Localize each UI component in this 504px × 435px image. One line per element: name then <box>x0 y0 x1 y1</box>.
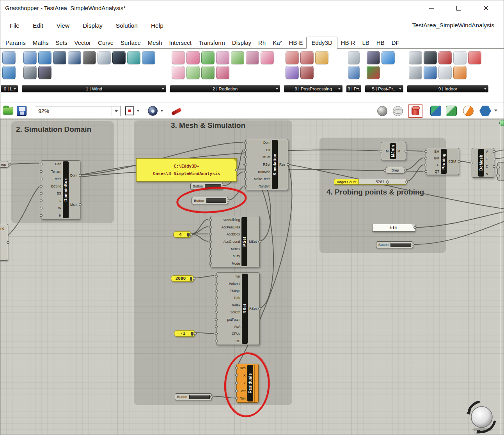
capsule-input-port[interactable] <box>383 169 386 172</box>
input-relax[interactable]: Relax <box>217 302 241 309</box>
component-icon[interactable] <box>83 51 96 64</box>
component-icon[interactable] <box>409 51 422 64</box>
target-count-slider[interactable]: Target Count5261 <box>334 179 406 185</box>
ribbon-group-label[interactable]: 3 | P... <box>346 85 361 92</box>
input-aoa[interactable]: AoA <box>217 323 241 330</box>
button-press-area[interactable] <box>205 184 221 189</box>
close-button[interactable]: × <box>479 3 493 13</box>
menu-solution[interactable]: Solution <box>112 21 142 31</box>
input-port-gm[interactable] <box>424 157 427 159</box>
tab-rh[interactable]: Rh <box>255 37 269 48</box>
capsule-output-port[interactable] <box>8 163 11 166</box>
component-icon[interactable] <box>300 66 314 79</box>
menu-file[interactable]: File <box>6 21 23 31</box>
input-runmsh[interactable]: RunMsh <box>246 168 272 175</box>
input-bm[interactable]: BM <box>426 148 440 155</box>
output-port-f[interactable] <box>493 158 495 161</box>
input-turb[interactable]: Turb <box>217 294 241 301</box>
component-icon[interactable] <box>286 51 299 64</box>
component-icon[interactable] <box>23 51 37 64</box>
tab-sets[interactable]: Sets <box>52 37 71 48</box>
button-press-area[interactable] <box>189 395 210 399</box>
component-icon[interactable] <box>201 66 215 79</box>
panel-output-port[interactable] <box>413 226 416 229</box>
input-iter[interactable]: Iter <box>217 273 241 280</box>
slider-output-port[interactable] <box>193 277 195 280</box>
input-tsteps[interactable]: TSteps <box>217 287 241 294</box>
output-port-msh[interactable] <box>79 203 82 206</box>
minimize-button[interactable] <box>425 3 438 13</box>
input-trees[interactable]: Trees <box>41 175 62 183</box>
output-port-m[interactable] <box>405 150 407 152</box>
menu-help[interactable]: Help <box>147 21 167 31</box>
zoom-extents-icon[interactable] <box>125 106 134 115</box>
number-slider[interactable]: 2000 <box>171 275 194 282</box>
input-port-port[interactable] <box>470 161 473 164</box>
ribbon-group-label[interactable]: 9 | Indoor <box>407 85 488 92</box>
input-ver[interactable]: Ver <box>237 387 247 395</box>
button-output-port[interactable] <box>412 244 414 246</box>
tab-hb-e[interactable]: HB-E <box>286 37 307 48</box>
output-port-mset[interactable] <box>258 240 261 243</box>
preview-shaded-icon[interactable] <box>377 106 387 116</box>
input-port-y[interactable] <box>235 382 238 384</box>
input-port-aoa[interactable] <box>215 325 218 328</box>
input-port-os[interactable] <box>215 340 218 342</box>
button-output-port[interactable] <box>227 199 229 202</box>
input-port-terrain[interactable] <box>40 170 43 173</box>
output-v[interactable]: V <box>484 148 494 156</box>
input-res[interactable]: Res <box>237 364 247 372</box>
input-tc[interactable]: TC <box>426 161 440 168</box>
tab-eddy3d[interactable]: Eddy3D <box>306 37 337 49</box>
input-port-accground[interactable] <box>209 240 212 243</box>
input-nlay[interactable]: nLay <box>211 253 241 260</box>
component-icon[interactable] <box>127 51 140 64</box>
component-icon[interactable] <box>300 51 314 64</box>
output-port-v[interactable] <box>493 150 495 153</box>
button-output-port[interactable] <box>210 396 213 398</box>
input-port-mset[interactable] <box>244 156 247 159</box>
output-port-res[interactable] <box>287 163 289 166</box>
preview-selected-mode[interactable] <box>408 104 422 118</box>
input-port-geo[interactable] <box>40 163 43 166</box>
maximize-button[interactable] <box>452 3 465 13</box>
zoom-dropdown[interactable]: 92% <box>35 106 121 116</box>
tab-params[interactable]: Params <box>2 37 29 48</box>
input-runsim[interactable]: RunSim <box>246 182 272 190</box>
input-port-solctrl[interactable] <box>215 311 218 314</box>
input-port-res[interactable] <box>235 366 238 369</box>
dropdown-arrow-icon[interactable] <box>13 88 16 90</box>
component-icon[interactable] <box>2 51 16 64</box>
panel-output-port[interactable] <box>235 169 238 172</box>
component-icon[interactable] <box>286 66 299 79</box>
sketch-pen-icon[interactable] <box>170 108 182 115</box>
input-y[interactable]: Y <box>237 379 247 387</box>
input-port-bcond[interactable] <box>40 185 43 187</box>
button-component[interactable]: Button <box>376 241 413 248</box>
tab-hb[interactable]: HB <box>373 37 388 48</box>
input-cpus[interactable]: CPUs <box>217 330 241 337</box>
input-accbbox[interactable]: AccBBox <box>211 231 241 238</box>
input-rset[interactable]: RSet <box>246 161 272 168</box>
input-accground[interactable]: AccGround <box>211 238 241 246</box>
input-dom[interactable]: Dom <box>246 139 272 147</box>
component-icon[interactable] <box>172 66 185 79</box>
output-n[interactable]: N <box>484 170 494 177</box>
input-port-bm[interactable] <box>424 150 427 153</box>
component-icon[interactable] <box>53 51 66 64</box>
input-port-miscs[interactable] <box>209 248 212 250</box>
tab-vector[interactable]: Vector <box>71 37 95 48</box>
input-port-relax[interactable] <box>215 304 218 306</box>
panel-path-panel[interactable]: C:\Eddy3D-Cases\3_SimpleWindAnalysis <box>136 158 237 182</box>
input-run[interactable]: Run <box>237 394 247 402</box>
panel-ttt-panel[interactable]: ttt <box>372 224 415 232</box>
button-press-area[interactable] <box>206 198 226 203</box>
input-port-dir[interactable] <box>244 149 247 151</box>
input-port-ver[interactable] <box>235 389 238 392</box>
solver-dropdown-icon[interactable] <box>494 110 497 111</box>
preview-dropdown-icon[interactable] <box>160 110 163 112</box>
input-potfoam[interactable]: potFoam <box>217 316 241 323</box>
probing-component[interactable]: BMGMTCQTProbingCGM <box>426 148 459 175</box>
input-bcond[interactable]: BCond <box>41 182 62 190</box>
input-accbuilding[interactable]: AccBuilding <box>211 216 241 224</box>
